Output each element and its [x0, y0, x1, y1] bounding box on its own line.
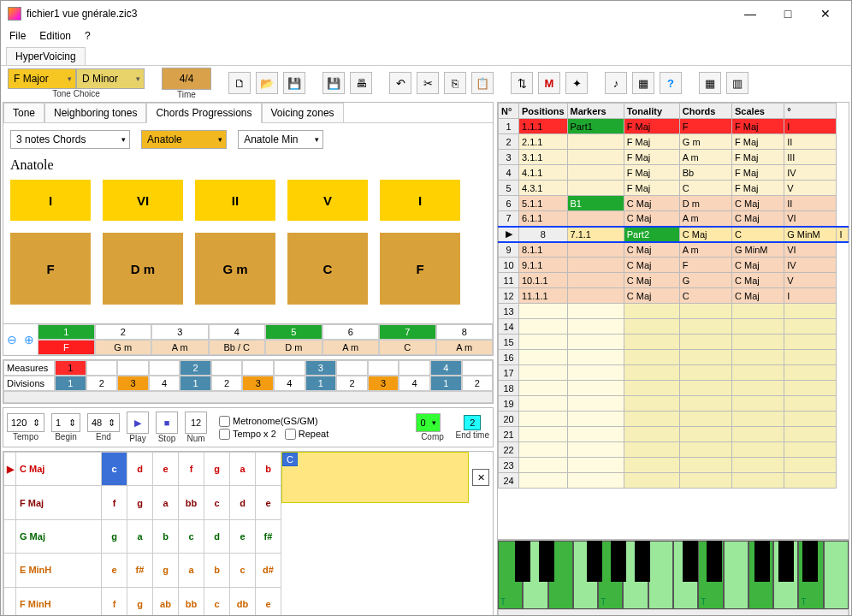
measure-chord[interactable]: A m	[151, 340, 209, 355]
div-beat[interactable]: 4	[149, 376, 180, 391]
menu-help[interactable]: ?	[85, 30, 91, 42]
measure-chord[interactable]: C	[379, 340, 436, 355]
roman-tile[interactable]: V	[287, 180, 368, 221]
new-icon[interactable]: 🗋	[228, 72, 251, 94]
undo-icon[interactable]: ↶	[389, 72, 411, 94]
paste-icon[interactable]: 📋	[471, 72, 494, 94]
menu-file[interactable]: File	[9, 30, 26, 42]
piano-scrollbar[interactable]	[498, 609, 849, 616]
key2-combo[interactable]: D Minor	[76, 68, 145, 89]
menu-edition[interactable]: Edition	[39, 30, 71, 42]
measure-num[interactable]: 8	[436, 324, 494, 340]
div-measure[interactable]	[149, 360, 180, 376]
chord-tile[interactable]: G m	[195, 233, 275, 305]
div-measure[interactable]	[211, 360, 243, 376]
measure-num[interactable]: 2	[95, 324, 152, 340]
div-beat[interactable]: 2	[211, 376, 243, 391]
div-beat[interactable]: 4	[274, 376, 305, 391]
div-measure[interactable]: 3	[305, 360, 337, 376]
div-measure[interactable]	[117, 360, 149, 376]
div-beat[interactable]: 2	[462, 376, 494, 391]
help-icon[interactable]: ?	[660, 72, 682, 94]
piano-keyboard[interactable]: TTTT	[498, 541, 849, 609]
tab-hypervoicing[interactable]: HyperVoicing	[6, 47, 86, 65]
div-measure[interactable]: 4	[430, 360, 462, 376]
grid1-icon[interactable]: ▦	[699, 72, 721, 94]
scale-table[interactable]: ▶C MajcdefgabF MajfgabbcdeG Majgabcdef#E…	[3, 452, 281, 616]
preset2-combo[interactable]: Anatole Min	[238, 130, 323, 149]
chord-tile[interactable]: D m	[103, 233, 183, 305]
end-spin[interactable]: 48⇕	[87, 413, 120, 432]
metronome-check[interactable]: Metronome(GS/GM)	[219, 416, 328, 427]
div-beat[interactable]: 2	[336, 376, 368, 391]
minimize-button[interactable]: —	[731, 2, 769, 26]
div-measure[interactable]	[462, 360, 494, 376]
div-measure[interactable]	[368, 360, 399, 376]
copy-icon[interactable]: ⎘	[444, 72, 466, 94]
roman-tile[interactable]: I	[380, 180, 460, 221]
save-icon[interactable]: 💾	[283, 72, 305, 94]
div-measure[interactable]	[336, 360, 368, 376]
timesig-button[interactable]: 4/4	[162, 68, 211, 90]
grid2-icon[interactable]: ▥	[726, 72, 748, 94]
measure-chord[interactable]: A m	[436, 340, 494, 355]
tab-neighbor[interactable]: Neighboring tones	[44, 103, 146, 123]
div-measure[interactable]	[242, 360, 274, 376]
repeat-check[interactable]: Repeat	[285, 429, 328, 440]
close-button[interactable]: ✕	[807, 2, 844, 26]
div-beat[interactable]: 1	[305, 376, 337, 391]
play-button[interactable]: ▶	[127, 412, 149, 434]
num-button[interactable]: 12	[185, 412, 207, 434]
div-beat[interactable]: 1	[180, 376, 211, 391]
tab-voicing[interactable]: Voicing zones	[262, 103, 344, 123]
saveas-icon[interactable]: 💾	[322, 72, 345, 94]
measure-num[interactable]: 4	[209, 324, 266, 340]
div-beat[interactable]: 1	[430, 376, 462, 391]
chord-tile[interactable]: C	[287, 233, 368, 305]
close-preview-icon[interactable]: ✕	[472, 469, 489, 486]
maximize-button[interactable]: □	[769, 2, 807, 26]
div-beat[interactable]: 3	[242, 376, 274, 391]
m-icon[interactable]: M	[538, 72, 560, 94]
open-icon[interactable]: 📂	[256, 72, 278, 94]
key1-combo[interactable]: F Major	[8, 68, 76, 89]
div-measure[interactable]: 2	[180, 360, 211, 376]
cut-icon[interactable]: ✂	[417, 72, 439, 94]
note-icon[interactable]: ♪	[605, 72, 627, 94]
div-scrollbar[interactable]	[3, 391, 493, 403]
begin-spin[interactable]: 1⇕	[51, 413, 80, 432]
measure-num[interactable]: 1	[38, 324, 95, 340]
positions-table[interactable]: N°PositionsMarkersTonalityChordsScales°1…	[498, 103, 849, 489]
roman-tile[interactable]: VI	[103, 180, 183, 221]
tab-progressions[interactable]: Chords Progressions	[146, 103, 261, 123]
measure-chord[interactable]: G m	[95, 340, 152, 355]
measure-num[interactable]: 7	[379, 324, 436, 340]
measure-num[interactable]: 5	[265, 324, 322, 340]
measure-num[interactable]: 3	[151, 324, 209, 340]
chord-type-combo[interactable]: 3 notes Chords	[10, 130, 130, 149]
tempox2-check[interactable]: Tempo x 2	[219, 429, 276, 440]
tempo-spin[interactable]: 120⇕	[7, 413, 44, 432]
measure-chord[interactable]: D m	[265, 340, 322, 355]
settings-icon[interactable]: ⇅	[511, 72, 533, 94]
div-beat[interactable]: 4	[399, 376, 430, 391]
tab-tone[interactable]: Tone	[3, 103, 44, 123]
div-measure[interactable]	[86, 360, 118, 376]
zoom-in-icon[interactable]: ⊕	[24, 333, 34, 346]
stop-button[interactable]: ■	[156, 412, 178, 434]
effect-icon[interactable]: ✦	[565, 72, 588, 94]
measure-chord[interactable]: A m	[322, 340, 380, 355]
div-beat[interactable]: 1	[55, 376, 86, 391]
div-measure[interactable]	[274, 360, 305, 376]
preset1-combo[interactable]: Anatole	[141, 130, 227, 149]
div-beat[interactable]: 2	[86, 376, 118, 391]
zoom-out-icon[interactable]: ⊖	[7, 333, 17, 346]
div-beat[interactable]: 3	[117, 376, 149, 391]
measure-chord[interactable]: Bb / C	[209, 340, 266, 355]
measure-chord[interactable]: F	[38, 340, 95, 355]
print-icon[interactable]: 🖶	[350, 72, 372, 94]
roman-tile[interactable]: II	[195, 180, 275, 221]
piano-icon[interactable]: ▦	[632, 72, 654, 94]
div-measure[interactable]: 1	[55, 360, 86, 376]
comp-combo[interactable]: 0	[416, 413, 440, 432]
